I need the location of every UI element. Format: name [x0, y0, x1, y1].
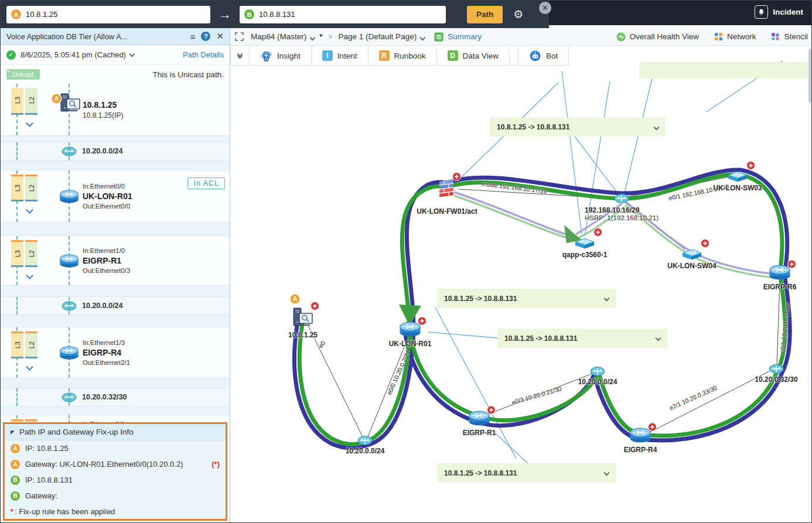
router-icon: [59, 253, 79, 271]
summary-button[interactable]: Summary: [434, 32, 482, 42]
hop-device[interactable]: L3L2 In:Ethernet1/0EIGRP-R1Out:Ethernet0…: [1, 236, 230, 285]
chevron-down-icon[interactable]: [654, 124, 660, 130]
map-node-r6[interactable]: EIGRP-R6: [769, 265, 791, 281]
map-node-subnetL[interactable]: 10.20.0.0/24: [357, 436, 373, 446]
hop-gap: [1, 378, 230, 388]
runbook-button[interactable]: R Runbook: [369, 46, 437, 65]
page-dropdown-icon[interactable]: [420, 35, 426, 40]
router-icon: [59, 189, 79, 207]
path-summary-box[interactable]: 10.8.1.25 -> 10.8.8.131: [497, 329, 667, 348]
hop-subnet[interactable]: 10.20.0.0/24: [1, 142, 230, 160]
menu-icon[interactable]: ≡: [190, 32, 196, 42]
alert-plus-icon[interactable]: [418, 317, 427, 328]
path-details-link[interactable]: Path Details: [183, 50, 224, 59]
fixup-row: AIP: 10.8.1.25: [5, 440, 226, 456]
device-label: UK-LON-SW04: [667, 262, 716, 270]
l3-tag: L3: [11, 331, 23, 358]
map-name[interactable]: Map84 (Master): [251, 32, 306, 41]
path-summary-box[interactable]: [639, 62, 812, 78]
collapse-actionbar-button[interactable]: [230, 46, 250, 65]
hop-name: UK-LON-R01: [83, 192, 132, 201]
map-node-qapp[interactable]: qapp-c3560-1: [572, 233, 597, 249]
chevron-down-icon[interactable]: [656, 336, 661, 341]
map-node-subnet16[interactable]: 192.168.10.16/29HSRP: 1(192.168.10.21): [614, 194, 629, 204]
alert-plus-icon[interactable]: [648, 423, 657, 434]
bot-button[interactable]: Bot: [518, 46, 569, 65]
fit-map-icon[interactable]: [235, 32, 244, 41]
source-ip-value: 10.8.1.25: [26, 10, 57, 19]
endpoint-b-badge: B: [11, 476, 20, 485]
router-icon: [769, 265, 791, 281]
alert-plus-icon[interactable]: [452, 172, 461, 183]
hop-name: EIGRP-R4: [83, 348, 130, 357]
map-node-r01[interactable]: UK-LON-R01: [399, 322, 421, 337]
router-icon: [59, 345, 79, 363]
alert-plus-icon[interactable]: [746, 161, 755, 172]
intent-button[interactable]: I Intent: [312, 46, 369, 65]
map-name-dropdown-icon[interactable]: [310, 35, 316, 40]
breadcrumb-separator: >: [329, 33, 333, 41]
gear-icon[interactable]: ⚙: [513, 8, 523, 21]
endpoint-a-marker: A: [51, 93, 62, 107]
map-node-subnetR[interactable]: 10.20.0.0/24: [590, 367, 605, 377]
hop-gap: [1, 285, 230, 297]
map-scrollbar[interactable]: [808, 46, 812, 523]
path-button[interactable]: Path: [467, 6, 503, 23]
alert-plus-icon[interactable]: [787, 260, 796, 271]
map-canvas[interactable]: Map84 (Master) * > Page 1 (Default Page)…: [230, 28, 812, 523]
timestamp-dropdown-icon[interactable]: [129, 51, 135, 57]
map-node-fw01[interactable]: UK-LON-FW01/act: [438, 177, 456, 197]
alert-plus-icon[interactable]: [487, 406, 496, 417]
source-input[interactable]: A 10.8.1.25: [6, 6, 210, 23]
incident-button[interactable]: Incident: [755, 5, 803, 19]
path-summary-box[interactable]: 10.8.1.25 -> 10.8.8.131: [437, 463, 616, 483]
hop-device[interactable]: L3L2A 10.8.1.2510.8.1.25(IP): [1, 84, 230, 135]
fixup-header[interactable]: ◤ Path IP and Gateway Fix-up Info: [5, 424, 226, 440]
data-view-button[interactable]: D Data View: [437, 46, 510, 65]
hop-device[interactable]: L3L2 In:Ethernet0/0UK-LON-R01Out:Etherne…: [1, 170, 230, 222]
router-icon: [468, 411, 490, 426]
device-label: EIGRP-R1: [463, 429, 496, 437]
map-node-subnet32[interactable]: 10.20.0.32/30: [769, 364, 784, 374]
svg-text:AI: AI: [265, 57, 268, 61]
chevron-down-icon[interactable]: [604, 470, 610, 476]
layer-tags[interactable]: L3L2: [11, 88, 37, 115]
insight-button[interactable]: AI Insight: [250, 46, 312, 65]
close-panel-icon[interactable]: ✕: [216, 31, 224, 42]
stencil-pane-button[interactable]: Stencil: [771, 32, 808, 41]
l3-tag: L3: [11, 240, 23, 267]
close-widget-button[interactable]: ✕: [539, 2, 551, 14]
layer-tags[interactable]: L3L2: [11, 175, 37, 201]
map-node-sw04[interactable]: UK-LON-SW04: [680, 244, 704, 260]
map-node-host[interactable]: A10.8.1.25: [292, 306, 314, 329]
map-node-r4[interactable]: EIGRP-R4: [629, 428, 651, 443]
path-summary-box[interactable]: 10.8.1.25 -> 10.8.8.131: [490, 118, 666, 136]
destination-input[interactable]: B 10.8.8.131: [240, 6, 446, 23]
subnet-icon: [590, 367, 605, 377]
fixup-row: AGateway: UK-LON-R01.Ethernet0/0(10.20.0…: [5, 456, 226, 472]
hop-subnet[interactable]: 10.20.0.32/30: [1, 388, 230, 406]
svg-text:A: A: [54, 95, 59, 102]
path-summary-box[interactable]: 10.8.1.25 -> 10.8.8.131: [437, 289, 616, 308]
panel-header: Voice Application DB Tier (Allow A... ≡ …: [1, 28, 230, 45]
l3-tag: L3: [11, 88, 23, 115]
l3-tag: L3: [11, 175, 23, 201]
endpoint-a-badge: A: [11, 460, 20, 469]
hop-device[interactable]: L3L2 In:Ethernet1/3EIGRP-R4Out:Ethernet2…: [1, 327, 230, 378]
help-icon[interactable]: ?: [201, 32, 210, 41]
overall-health-view-button[interactable]: Overall Health View: [616, 32, 699, 42]
destination-ip-value: 10.8.8.131: [259, 10, 295, 19]
layer-tags[interactable]: L3L2: [11, 240, 37, 267]
alert-plus-icon[interactable]: [593, 228, 602, 239]
hop-subnet[interactable]: 10.20.0.0/24: [1, 297, 230, 315]
alert-plus-icon[interactable]: [701, 239, 709, 250]
alert-plus-icon[interactable]: [311, 302, 319, 313]
map-node-sw03[interactable]: UK-LON-SW03: [725, 166, 750, 182]
hop-sub: 10.8.1.25(IP): [83, 111, 123, 119]
in-acl-badge[interactable]: In ACL: [187, 177, 225, 189]
layer-tags[interactable]: L3L2: [11, 331, 37, 358]
chevron-down-icon[interactable]: [604, 296, 610, 302]
map-node-r1[interactable]: EIGRP-R1: [468, 411, 490, 426]
page-name[interactable]: Page 1 (Default Page): [339, 32, 417, 41]
network-pane-button[interactable]: Network: [714, 32, 756, 41]
